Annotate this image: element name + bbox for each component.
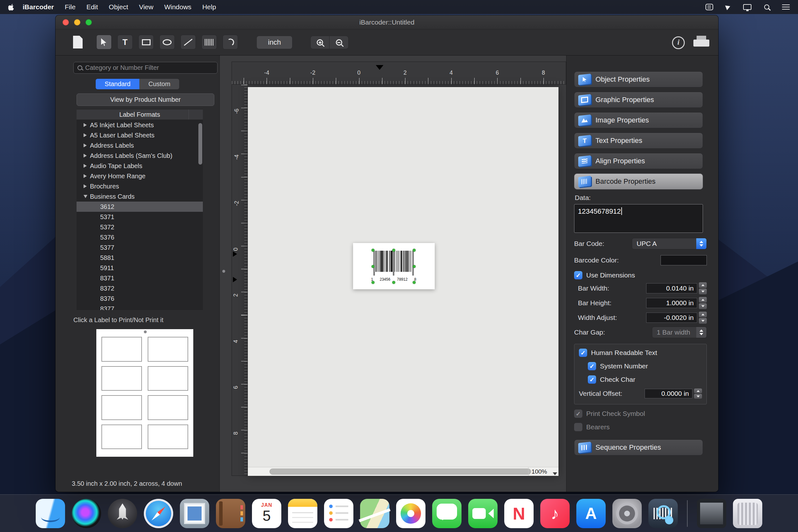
selection-handle[interactable] — [413, 265, 416, 268]
number-field[interactable]: -0.0020 in — [646, 312, 697, 323]
filter-search-input[interactable] — [85, 64, 213, 72]
selection-handle[interactable] — [392, 281, 395, 284]
properties-button-graphic[interactable]: Graphic Properties — [574, 92, 703, 108]
display-icon[interactable] — [743, 4, 752, 10]
label-format-group[interactable]: Address Labels (Sam's Club) — [77, 151, 203, 161]
unit-button[interactable]: inch — [256, 36, 292, 49]
dock-reminders-icon[interactable] — [324, 499, 354, 528]
field-stepper[interactable] — [699, 297, 707, 309]
dock-contacts-icon[interactable] — [216, 499, 245, 528]
zoom-menu-caret-icon[interactable] — [553, 472, 557, 475]
print-button[interactable] — [694, 35, 709, 50]
scrollbar-thumb[interactable] — [269, 469, 531, 475]
label-format-item[interactable]: 8377 — [77, 304, 203, 310]
label-preview-cell[interactable] — [101, 424, 142, 450]
disclosure-closed-icon[interactable] — [83, 133, 87, 137]
barcode-color-well[interactable] — [661, 255, 707, 265]
menu-item-edit[interactable]: Edit — [81, 3, 103, 11]
menu-item-view[interactable]: View — [134, 3, 159, 11]
dock-finder-icon[interactable] — [36, 499, 65, 528]
dock-news-icon[interactable] — [504, 499, 534, 528]
dock-notes-icon[interactable] — [288, 499, 317, 528]
stepper-down-icon[interactable] — [694, 394, 702, 399]
label-format-item[interactable]: 3612 — [77, 202, 203, 212]
dock-trash-icon[interactable] — [733, 499, 762, 528]
label-format-item[interactable]: 5372 — [77, 222, 203, 232]
dock-ibarcoder-icon[interactable] — [648, 499, 678, 528]
tab-custom[interactable]: Custom — [139, 79, 179, 89]
notification-icon[interactable] — [705, 4, 713, 10]
dock-safari-icon[interactable] — [144, 499, 173, 528]
dock-maps-icon[interactable] — [360, 499, 390, 528]
view-by-product-number-button[interactable]: View by Product Number — [77, 93, 214, 106]
filter-search-field[interactable] — [73, 62, 217, 74]
label-preview-cell[interactable] — [101, 337, 142, 362]
label-format-item[interactable]: 5376 — [77, 232, 203, 242]
menu-item-help[interactable]: Help — [197, 3, 221, 11]
disclosure-closed-icon[interactable] — [83, 154, 87, 157]
apple-menu-icon[interactable] — [8, 3, 15, 11]
select-tool-button[interactable] — [96, 35, 112, 50]
stepper-down-icon[interactable] — [699, 289, 707, 294]
vertical-offset-stepper[interactable] — [694, 388, 702, 399]
horizontal-scrollbar[interactable]: 100% — [248, 467, 558, 476]
ruler-margin-marker[interactable] — [233, 277, 237, 282]
dock-music-icon[interactable] — [540, 499, 570, 528]
disclosure-closed-icon[interactable] — [83, 164, 87, 168]
label-format-group[interactable]: A5 Inkjet Label Sheets — [77, 120, 203, 130]
label-object[interactable]: 1 23456 78912 8 — [353, 243, 435, 289]
disclosure-closed-icon[interactable] — [83, 123, 87, 127]
splitter-handle[interactable] — [144, 330, 147, 333]
tab-standard[interactable]: Standard — [96, 79, 139, 89]
dock-siri-icon[interactable] — [72, 499, 101, 528]
properties-button-image[interactable]: Image Properties — [574, 112, 703, 128]
dock-facetime-icon[interactable] — [468, 499, 497, 528]
properties-button-barcode[interactable]: Barcode Properties — [574, 173, 703, 189]
vertical-offset-field[interactable]: 0.0000 in — [645, 389, 692, 398]
ruler-margin-marker[interactable] — [233, 251, 237, 257]
check-char-checkbox[interactable] — [588, 375, 596, 384]
ruler-margin-marker[interactable] — [376, 65, 383, 70]
label-format-item[interactable]: 5881 — [77, 253, 203, 263]
splitter-handle[interactable] — [222, 270, 225, 273]
info-button[interactable] — [672, 36, 685, 49]
menu-item-file[interactable]: File — [59, 3, 81, 11]
dock-photos-icon[interactable] — [396, 499, 425, 528]
label-format-item[interactable]: 8371 — [77, 273, 203, 283]
menu-item-object[interactable]: Object — [103, 3, 134, 11]
dock-mail-icon[interactable] — [180, 499, 209, 528]
barcode-tool-button[interactable] — [202, 35, 217, 50]
stepper-up-icon[interactable] — [694, 388, 702, 393]
stepper-down-icon[interactable] — [699, 303, 707, 309]
zoom-button[interactable] — [86, 19, 92, 25]
spotlight-icon[interactable] — [764, 4, 769, 10]
notification-center-icon[interactable] — [782, 4, 790, 10]
disclosure-closed-icon[interactable] — [83, 144, 87, 147]
human-readable-text-checkbox[interactable] — [579, 348, 587, 357]
text-tool-button[interactable] — [117, 35, 133, 50]
bar-code-popup[interactable]: UPC A — [632, 238, 707, 249]
dock-app-store-icon[interactable] — [576, 499, 606, 528]
label-format-group[interactable]: Brochures — [77, 181, 203, 191]
label-format-group[interactable]: A5 Laser Label Sheets — [77, 130, 203, 140]
sequence-properties-button[interactable]: Sequence Properties — [574, 439, 703, 455]
label-preview-cell[interactable] — [148, 366, 188, 391]
dock-calendar-icon[interactable]: JAN5 — [252, 499, 281, 528]
selection-handle[interactable] — [413, 281, 416, 284]
selection-handle[interactable] — [372, 281, 375, 284]
stepper-up-icon[interactable] — [699, 297, 707, 303]
new-document-button[interactable] — [70, 34, 86, 51]
rectangle-tool-button[interactable] — [138, 35, 154, 50]
properties-button-object[interactable]: Object Properties — [574, 72, 703, 88]
title-bar[interactable]: iBarcoder::Untitled — [56, 15, 718, 29]
disclosure-closed-icon[interactable] — [83, 174, 87, 178]
properties-button-text[interactable]: Text Properties — [574, 133, 703, 149]
barcode-object[interactable]: 1 23456 78912 8 — [374, 251, 414, 282]
cursor-icon[interactable] — [725, 4, 732, 10]
label-preview-cell[interactable] — [101, 366, 142, 391]
menu-item-ibarcoder[interactable]: iBarcoder — [17, 3, 59, 11]
number-field[interactable]: 0.0140 in — [646, 283, 697, 293]
label-format-item[interactable]: 5377 — [77, 242, 203, 253]
disclosure-open-icon[interactable] — [83, 195, 88, 198]
barcode-data-field[interactable]: 12345678912 — [574, 204, 703, 233]
